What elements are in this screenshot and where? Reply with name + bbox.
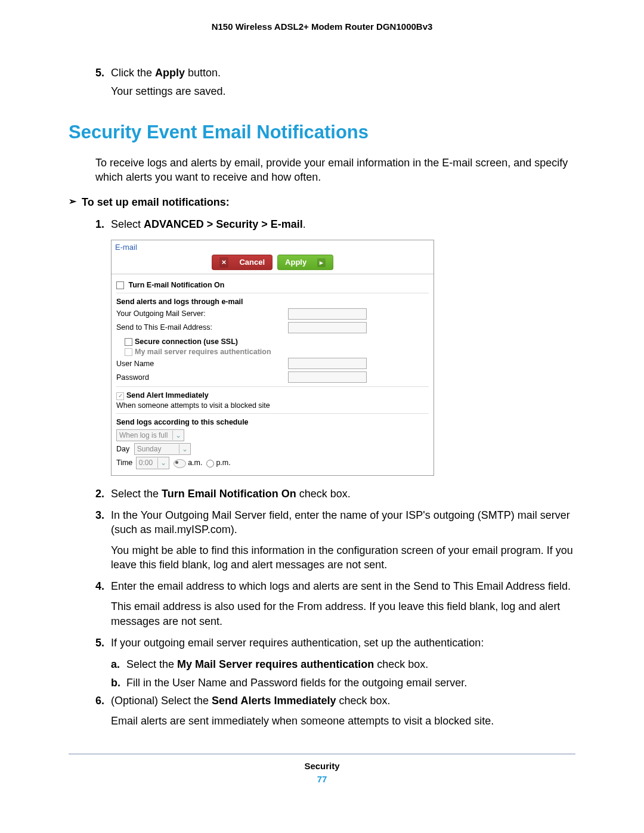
schedule-value: When log is full <box>119 431 172 440</box>
send-to-input[interactable] <box>288 322 367 333</box>
outgoing-server-input[interactable] <box>288 308 367 320</box>
step-1: 1. Select ADVANCED > Security > E-mail. <box>69 217 575 235</box>
arrow-right-icon: ▸ <box>317 258 326 267</box>
step-number: 5. <box>95 66 111 102</box>
alert-sub-label: When someone attempts to visit a blocked… <box>116 401 429 411</box>
time-select[interactable]: 0:00⌄ <box>136 457 169 469</box>
password-input[interactable] <box>288 371 367 383</box>
option-name: My Mail Server requires authentication <box>177 658 374 670</box>
step-4: 4. Enter the email address to which logs… <box>69 579 575 632</box>
cancel-label: Cancel <box>239 257 265 268</box>
turn-on-label: Turn E-mail Notification On <box>128 281 224 289</box>
step-5a: a. Select the My Mail Server requires au… <box>69 657 575 671</box>
step-5: 5. If your outgoing email server require… <box>69 636 575 654</box>
chevron-down-icon: ⌄ <box>179 444 188 454</box>
doc-header: N150 Wireless ADSL2+ Modem Router DGN100… <box>69 21 575 33</box>
text: check box. <box>296 488 351 500</box>
apply-label: Apply <box>155 67 185 79</box>
text: Select <box>111 218 144 230</box>
step-2: 2. Select the Turn Email Notification On… <box>69 487 575 504</box>
close-icon: × <box>219 257 229 268</box>
apply-button[interactable]: Apply▸ <box>277 255 333 270</box>
username-label: User Name <box>116 359 288 369</box>
text: Enter the email address to which logs an… <box>111 579 575 593</box>
am-radio[interactable] <box>174 459 186 468</box>
step-number: 5. <box>95 636 111 654</box>
outgoing-server-label: Your Outgoing Mail Server: <box>116 309 288 319</box>
nav-path: ADVANCED > Security > E-mail <box>144 218 303 230</box>
day-select[interactable]: Sunday⌄ <box>134 443 191 455</box>
text: In the Your Outgoing Mail Server field, … <box>111 508 575 537</box>
substep-letter: b. <box>111 676 126 690</box>
text: Select the <box>126 658 177 670</box>
password-label: Password <box>116 373 288 383</box>
text: button. <box>185 67 221 79</box>
substep-letter: a. <box>111 657 126 671</box>
footer-section: Security <box>69 760 575 772</box>
panel-title: E-mail <box>112 240 434 253</box>
text: You might be able to find this informati… <box>111 543 575 572</box>
email-settings-screenshot: E-mail ×Cancel Apply▸ Turn E-mail Notifi… <box>111 240 434 476</box>
day-label: Day <box>116 445 129 453</box>
ssl-checkbox[interactable] <box>125 338 132 346</box>
alert-immediate-label: Send Alert Immediately <box>126 391 209 400</box>
step-number: 2. <box>95 487 111 504</box>
alert-immediate-checkbox[interactable] <box>116 392 124 400</box>
text: . <box>303 218 306 230</box>
auth-checkbox[interactable] <box>125 348 132 356</box>
day-value: Sunday <box>137 444 179 454</box>
turn-on-checkbox[interactable] <box>116 281 124 289</box>
option-name: Send Alerts Immediately <box>212 695 336 707</box>
apply-label: Apply <box>285 257 306 268</box>
step-3: 3. In the Your Outgoing Mail Server fiel… <box>69 508 575 575</box>
text: check box. <box>336 695 391 707</box>
step-5b: b. Fill in the User Name and Password fi… <box>69 676 575 690</box>
auth-label: My mail server requires authentication <box>135 348 271 356</box>
task-heading: To set up email notifications: <box>69 195 575 209</box>
text: Fill in the User Name and Password field… <box>126 676 467 690</box>
step-number: 1. <box>95 217 111 235</box>
text: Click the <box>111 67 155 79</box>
intro-text: To receive logs and alerts by email, pro… <box>69 156 575 185</box>
section-label: Send alerts and logs through e-mail <box>116 297 429 307</box>
step-number: 3. <box>95 508 111 575</box>
schedule-select[interactable]: When log is full⌄ <box>116 429 184 441</box>
step-number: 6. <box>95 693 111 732</box>
text: (Optional) Select the <box>111 695 212 707</box>
text: Email alerts are sent immediately when s… <box>111 714 575 728</box>
step-6: 6. (Optional) Select the Send Alerts Imm… <box>69 693 575 732</box>
ssl-label: Secure connection (use SSL) <box>135 337 238 346</box>
text: This email address is also used for the … <box>111 599 575 628</box>
step-prev-5: 5. Click the Apply button. Your settings… <box>69 66 575 102</box>
page-footer: Security 77 <box>69 754 575 786</box>
chevron-down-icon: ⌄ <box>172 431 181 440</box>
option-name: Turn Email Notification On <box>162 488 296 500</box>
page-number: 77 <box>69 773 575 785</box>
text: If your outgoing email server requires a… <box>111 636 575 650</box>
schedule-label: Send logs according to this schedule <box>116 417 429 428</box>
step-number: 4. <box>95 579 111 632</box>
pm-label: p.m. <box>216 459 230 467</box>
text: Your settings are saved. <box>111 84 575 98</box>
cancel-button[interactable]: ×Cancel <box>212 255 273 270</box>
text: Select the <box>111 488 162 500</box>
time-label: Time <box>116 459 132 467</box>
time-value: 0:00 <box>139 458 157 467</box>
section-heading: Security Event Email Notifications <box>69 120 575 145</box>
pm-radio[interactable] <box>206 460 214 467</box>
am-label: a.m. <box>188 459 202 467</box>
chevron-down-icon: ⌄ <box>157 458 166 467</box>
username-input[interactable] <box>288 358 367 369</box>
send-to-label: Send to This E-mail Address: <box>116 323 288 333</box>
text: check box. <box>374 658 428 670</box>
